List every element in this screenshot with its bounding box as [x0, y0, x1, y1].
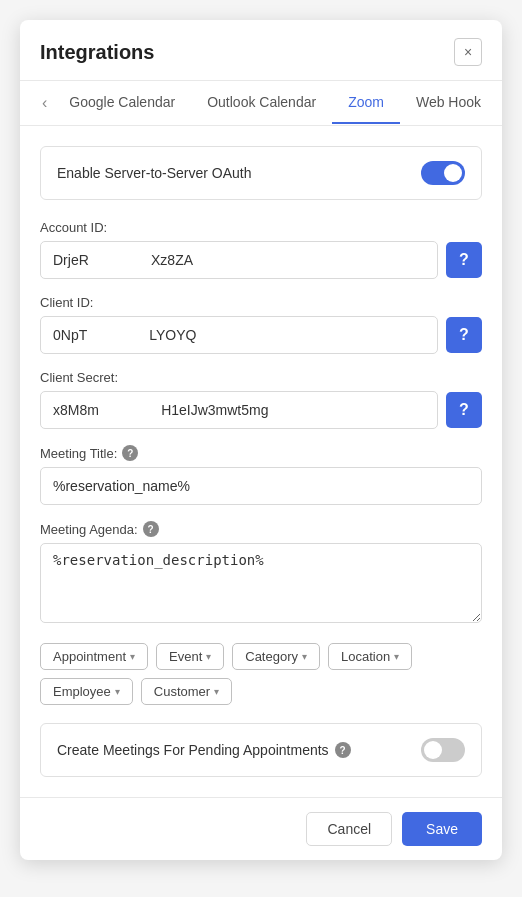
- tab-prev-arrow[interactable]: ‹: [36, 81, 53, 125]
- tag-row-2: Employee ▾ Customer ▾: [40, 678, 482, 705]
- pending-slider: [421, 738, 465, 762]
- modal-footer: Cancel Save: [20, 797, 502, 860]
- category-tag[interactable]: Category ▾: [232, 643, 320, 670]
- event-tag[interactable]: Event ▾: [156, 643, 224, 670]
- account-id-group: Account ID: ?: [40, 220, 482, 279]
- tab-web-hook[interactable]: Web Hook: [400, 82, 497, 124]
- oauth-toggle-row: Enable Server-to-Server OAuth: [40, 146, 482, 200]
- meeting-agenda-help-icon[interactable]: ?: [143, 521, 159, 537]
- tab-next-arrow[interactable]: ›: [497, 81, 502, 125]
- close-button[interactable]: ×: [454, 38, 482, 66]
- pending-toggle[interactable]: [421, 738, 465, 762]
- employee-tag-label: Employee: [53, 684, 111, 699]
- client-id-row: ?: [40, 316, 482, 354]
- tab-outlook-calendar[interactable]: Outlook Calendar: [191, 82, 332, 124]
- meeting-agenda-group: Meeting Agenda: ?: [40, 521, 482, 627]
- meeting-title-input[interactable]: [40, 467, 482, 505]
- tab-google-calendar[interactable]: Google Calendar: [53, 82, 191, 124]
- account-id-help-button[interactable]: ?: [446, 242, 482, 278]
- client-id-input[interactable]: [40, 316, 438, 354]
- oauth-toggle[interactable]: [421, 161, 465, 185]
- oauth-slider: [421, 161, 465, 185]
- client-secret-input[interactable]: [40, 391, 438, 429]
- save-button[interactable]: Save: [402, 812, 482, 846]
- tab-navigation: ‹ Google Calendar Outlook Calendar Zoom …: [20, 81, 502, 126]
- appointment-chevron-icon: ▾: [130, 651, 135, 662]
- account-id-row: ?: [40, 241, 482, 279]
- location-chevron-icon: ▾: [394, 651, 399, 662]
- event-tag-label: Event: [169, 649, 202, 664]
- customer-chevron-icon: ▾: [214, 686, 219, 697]
- client-id-group: Client ID: ?: [40, 295, 482, 354]
- modal-body: Enable Server-to-Server OAuth Account ID…: [20, 126, 502, 797]
- meeting-title-label: Meeting Title: ?: [40, 445, 482, 461]
- tab-zoom[interactable]: Zoom: [332, 82, 400, 124]
- event-chevron-icon: ▾: [206, 651, 211, 662]
- account-id-label: Account ID:: [40, 220, 482, 235]
- meeting-title-help-icon[interactable]: ?: [122, 445, 138, 461]
- client-secret-row: ?: [40, 391, 482, 429]
- modal-title: Integrations: [40, 41, 154, 64]
- pending-row: Create Meetings For Pending Appointments…: [40, 723, 482, 777]
- meeting-agenda-input[interactable]: [40, 543, 482, 623]
- oauth-label: Enable Server-to-Server OAuth: [57, 165, 252, 181]
- appointment-tag-label: Appointment: [53, 649, 126, 664]
- client-id-label: Client ID:: [40, 295, 482, 310]
- client-id-help-button[interactable]: ?: [446, 317, 482, 353]
- category-chevron-icon: ▾: [302, 651, 307, 662]
- meeting-title-group: Meeting Title: ?: [40, 445, 482, 505]
- customer-tag-label: Customer: [154, 684, 210, 699]
- client-secret-help-icon: ?: [459, 401, 469, 419]
- client-secret-group: Client Secret: ?: [40, 370, 482, 429]
- employee-tag[interactable]: Employee ▾: [40, 678, 133, 705]
- client-id-help-icon: ?: [459, 326, 469, 344]
- account-id-help-icon: ?: [459, 251, 469, 269]
- tag-row: Appointment ▾ Event ▾ Category ▾ Locatio…: [40, 643, 482, 670]
- integrations-modal: Integrations × ‹ Google Calendar Outlook…: [20, 20, 502, 860]
- cancel-button[interactable]: Cancel: [306, 812, 392, 846]
- employee-chevron-icon: ▾: [115, 686, 120, 697]
- account-id-input[interactable]: [40, 241, 438, 279]
- appointment-tag[interactable]: Appointment ▾: [40, 643, 148, 670]
- meeting-agenda-label: Meeting Agenda: ?: [40, 521, 482, 537]
- location-tag[interactable]: Location ▾: [328, 643, 412, 670]
- pending-help-icon[interactable]: ?: [335, 742, 351, 758]
- client-secret-help-button[interactable]: ?: [446, 392, 482, 428]
- category-tag-label: Category: [245, 649, 298, 664]
- customer-tag[interactable]: Customer ▾: [141, 678, 232, 705]
- modal-header: Integrations ×: [20, 20, 502, 81]
- pending-label: Create Meetings For Pending Appointments…: [57, 742, 351, 758]
- location-tag-label: Location: [341, 649, 390, 664]
- client-secret-label: Client Secret:: [40, 370, 482, 385]
